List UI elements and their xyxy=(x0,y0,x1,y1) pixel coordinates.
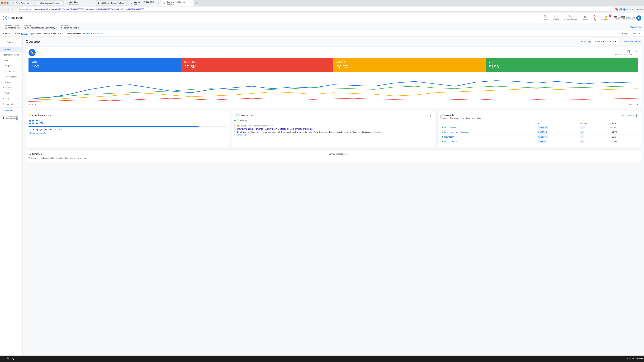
tab-close-icon[interactable]: ✕ xyxy=(190,2,192,4)
keyword-cell: brow daddy xyxy=(440,135,535,139)
clicks-col-header[interactable]: Clicks ▾ xyxy=(579,122,609,125)
cost-col-header[interactable]: Cost ▾ xyxy=(536,122,578,125)
new-tab-button[interactable]: + xyxy=(194,1,198,5)
sidebar-item-ad-groups[interactable]: › Ad groups xyxy=(0,63,22,68)
opt-desc-text: Your campaign optimization score xyxy=(28,128,60,131)
download-action[interactable]: ⬇ Download xyxy=(614,50,622,55)
tab-close-icon[interactable]: ✕ xyxy=(92,2,94,4)
keyword-link[interactable]: brow daddy xyxy=(444,136,454,138)
avg-cpc-value: $0.97 xyxy=(336,64,482,69)
show-more-btn[interactable]: + Show more xyxy=(0,108,22,113)
tab-close-icon[interactable]: ✕ xyxy=(31,2,32,4)
forward-button[interactable]: → xyxy=(6,7,10,11)
ad-contact-link[interactable]: Contact Us xyxy=(236,134,246,136)
minimize-window-btn[interactable] xyxy=(4,2,6,4)
prev-campaign-btn[interactable]: ‹ xyxy=(639,32,640,35)
start-button[interactable]: ⊞ xyxy=(1,357,5,361)
add-keyword-btn[interactable]: + Add keyword xyxy=(621,114,634,116)
tab-close-icon[interactable]: ✕ xyxy=(158,2,159,4)
keyword-link[interactable]: brow daddy pigments canada xyxy=(444,131,470,133)
task-view-btn[interactable]: ⧉ xyxy=(12,357,15,361)
adgroup-crumb[interactable]: Ad groups (3) Select an ad group ▾ xyxy=(59,25,81,29)
ext-icon-2[interactable]: ⚙️ xyxy=(619,7,622,11)
info-icon[interactable]: ℹ xyxy=(61,128,62,131)
ctr-col-header[interactable]: CTR ▾ xyxy=(609,122,638,125)
clicks-line xyxy=(28,81,638,99)
browser-tab-2[interactable]: ✉️ Inbox (15,194) - ahsanqadir... ✕ xyxy=(64,0,96,6)
next-campaign-btn[interactable]: › xyxy=(640,32,642,35)
reload-button[interactable]: ↻ xyxy=(12,7,15,11)
sidebar-item-insights[interactable]: Insights xyxy=(0,58,22,63)
feedback-action[interactable]: 📋 Feedback xyxy=(624,50,632,55)
adgroup-select[interactable]: Select an ad group ▾ xyxy=(61,27,79,29)
sidebar-item-keywords[interactable]: › Keywords xyxy=(0,79,22,85)
refresh-tool[interactable]: ↻ Refresh xyxy=(581,14,589,21)
close-window-btn[interactable] xyxy=(1,2,3,4)
tab-close-icon[interactable]: ✕ xyxy=(124,2,126,4)
back-button[interactable]: ← xyxy=(1,7,5,11)
sidebar-item-landing-pages[interactable]: › Landing pages xyxy=(0,74,22,79)
campaign-nav-arrows: ‹ › xyxy=(639,32,642,35)
tab-close-icon[interactable]: ✕ xyxy=(60,2,61,4)
show-last-30-btn[interactable]: Show last 30 days xyxy=(624,40,641,43)
help-tool[interactable]: ❓ Help xyxy=(592,14,598,21)
ads-card-menu[interactable]: ⋮ xyxy=(429,114,432,117)
user-avatar[interactable]: S xyxy=(636,15,642,20)
browser-tab-4[interactable]: 📊 Overview - 500-323-6456 - Goo... ✕ xyxy=(128,0,161,6)
ext-icon-3[interactable]: ◉ xyxy=(623,7,626,11)
ad-headline[interactable]: Brow Enhancing Pigments | Luxury Brow Co… xyxy=(236,128,430,130)
avg-cpc-metric-card[interactable]: Avg. CPC ▾ $0.97 xyxy=(333,58,486,72)
next-date-btn[interactable]: › xyxy=(622,40,622,43)
keywords-card-menu[interactable]: ⋮ xyxy=(635,114,638,117)
sidebar-item-overview[interactable]: Overview xyxy=(0,47,22,52)
sidebar-item-ads-assets[interactable]: › Ads & assets xyxy=(0,68,22,74)
more-details-btn[interactable]: ▾ More details xyxy=(91,32,103,35)
impressions-metric-card[interactable]: Impressions ▾ 27.5K xyxy=(181,58,334,72)
sidebar-item-audiences[interactable]: Audiences xyxy=(0,85,22,90)
create-button[interactable]: + Create xyxy=(2,39,16,45)
date-picker[interactable]: May 9 – Jun 7, 2023 ▾ xyxy=(593,39,618,44)
keyword-link[interactable]: brow pigments xyxy=(444,126,457,129)
address-bar[interactable]: 🔒 ads.google.com/aw/overview?campaignId=… xyxy=(16,7,614,11)
cost-metric-card[interactable]: Cost ▾ $193 xyxy=(486,58,638,72)
search-taskbar-btn[interactable]: 🔍 xyxy=(6,357,10,361)
all-campaigns-link[interactable]: 🏠 All campaigns xyxy=(4,27,20,29)
download-icon: ⬇ xyxy=(617,50,619,53)
clicks-metric-card[interactable]: Clicks ▾ 199 xyxy=(28,58,181,72)
status-eligible-link[interactable]: Eligible xyxy=(21,32,28,35)
sort-by-control[interactable]: Sort by: Impressions ▾ xyxy=(329,153,348,155)
change-view-btn[interactable]: Change view xyxy=(630,26,642,28)
bookmark-icon[interactable]: ☆ xyxy=(610,8,611,10)
prev-date-btn[interactable]: ‹ xyxy=(620,40,620,43)
edit-pencil-btn[interactable]: ✏️ xyxy=(28,49,36,56)
chart-more-btn[interactable]: ⋮ xyxy=(635,51,638,54)
tab-favicon: 🛒 xyxy=(12,2,14,4)
workspace-crumb[interactable]: Workspace (2 filters) 🏠 All campaigns xyxy=(2,25,22,29)
browser-tab-5[interactable]: 📊 Overview - Lashforever - Google ... ✕ xyxy=(161,0,194,6)
maximize-window-btn[interactable] xyxy=(6,2,8,4)
cost-value: CA$8.97 xyxy=(537,140,547,143)
browser-tab-0[interactable]: 🛒 Seller Dashboard ✕ xyxy=(10,1,34,5)
reports-tool[interactable]: 📊 Reports xyxy=(552,14,560,21)
clicks-col-text: Clicks xyxy=(580,122,586,124)
searches-card-menu[interactable]: ⋮ xyxy=(635,152,638,156)
tools-tool[interactable]: 🔧 Tools and settings xyxy=(563,14,578,21)
browser-tab-3[interactable]: ▶ (729) Surah Rehman #with ... ✕ xyxy=(96,1,128,5)
opt-card-menu[interactable]: ⋮ xyxy=(224,114,226,117)
sidebar-item-content[interactable]: › Content xyxy=(0,90,22,96)
enabled-indicator: Enabled xyxy=(2,32,12,35)
adgroup-dropdown-icon[interactable]: ▾ xyxy=(78,27,79,29)
notifications-tool[interactable]: 🔔 1 Notifications xyxy=(600,14,612,21)
ext-icon-1[interactable]: 🔖 xyxy=(615,7,618,11)
sidebar-item-change-history[interactable]: Change history xyxy=(0,101,22,107)
browser-tab-1[interactable]: 📄 ahsanqadir305 | Legit... ✕ xyxy=(35,1,63,5)
sidebar-item-settings[interactable]: Settings xyxy=(0,96,22,101)
keyword-link[interactable]: brow daddy canada xyxy=(444,140,461,143)
all-recommendations-link[interactable]: All recommendations xyxy=(28,132,48,134)
cost-label-text: Cost xyxy=(489,61,493,63)
mobile-app-btn[interactable]: 📱 Get the Google Ads mobile app xyxy=(0,115,22,121)
sidebar-item-recommendations[interactable]: Recommendations xyxy=(0,52,22,58)
search-tool[interactable]: 🔍 Search xyxy=(542,14,549,21)
campaign-crumb[interactable]: Campaign 🏪 08-Product focuses: BrowDaddy… xyxy=(22,25,58,29)
campaign-dropdown-icon[interactable]: ▾ xyxy=(56,27,56,29)
